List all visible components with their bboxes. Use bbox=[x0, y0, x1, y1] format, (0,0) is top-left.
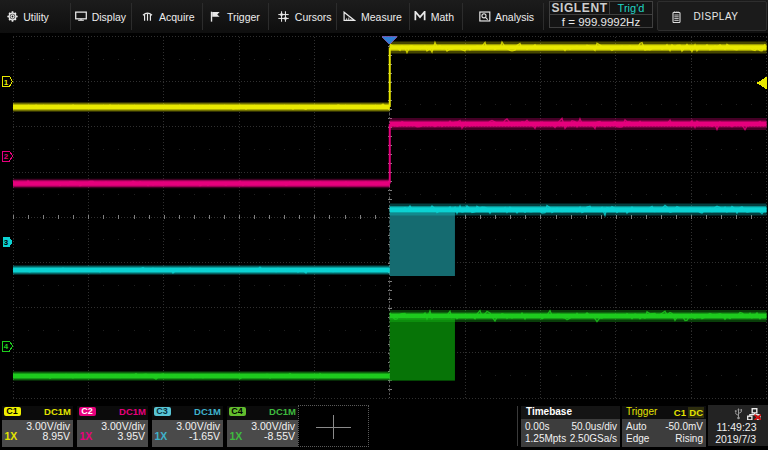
svg-text:3: 3 bbox=[4, 238, 9, 247]
svg-text:4: 4 bbox=[4, 342, 9, 351]
svg-text:1: 1 bbox=[4, 78, 9, 87]
svg-text:2: 2 bbox=[4, 152, 9, 161]
